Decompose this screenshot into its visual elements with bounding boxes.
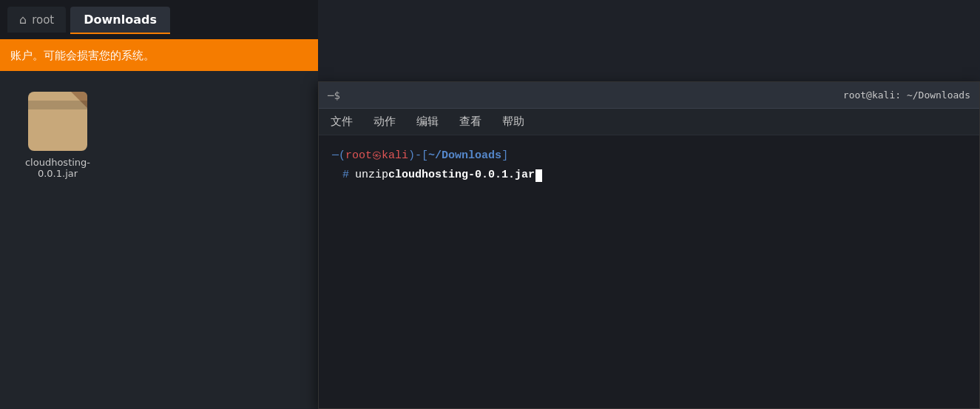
prompt-path-bracket-open: [ xyxy=(422,147,428,165)
terminal-body[interactable]: ─ ( root ㉿ kali ) - [ ~/Downloads ] # un… xyxy=(319,135,979,408)
menu-action[interactable]: 动作 xyxy=(371,112,399,132)
prompt-bracket-open: ( xyxy=(339,147,345,165)
tab-downloads[interactable]: Downloads xyxy=(70,7,170,34)
tab-downloads-label: Downloads xyxy=(84,13,157,27)
cmd-unzip: unzip xyxy=(355,166,388,184)
file-manager: ⌂ root Downloads 账户。可能会损害您的系统。 cloudhost… xyxy=(0,0,318,409)
jar-file-icon xyxy=(28,92,87,151)
terminal-title: root@kali: ~/Downloads xyxy=(843,89,970,101)
terminal-titlebar: ─$ root@kali: ~/Downloads xyxy=(319,82,979,109)
prompt-host: kali xyxy=(382,147,408,165)
prompt-path-bracket-close: ] xyxy=(501,147,508,165)
prompt-dash: ─ xyxy=(332,147,339,165)
command-line: # unzip cloudhosting-0.0.1.jar xyxy=(332,166,966,184)
tab-root[interactable]: ⌂ root xyxy=(7,7,66,33)
prompt-user: root xyxy=(345,147,372,165)
menu-file[interactable]: 文件 xyxy=(328,112,356,132)
jar-icon-body xyxy=(28,92,87,151)
file-item-jar[interactable]: cloudhosting-0.0.1.jar xyxy=(15,86,101,185)
file-area: cloudhosting-0.0.1.jar xyxy=(0,71,318,409)
terminal-icon: ─$ xyxy=(328,89,340,101)
terminal-menubar: 文件 动作 编辑 查看 帮助 xyxy=(319,109,979,135)
tab-bar: ⌂ root Downloads xyxy=(0,0,318,41)
prompt-dash2: - xyxy=(415,147,422,165)
terminal-window: ─$ root@kali: ~/Downloads 文件 动作 编辑 查看 帮助… xyxy=(318,81,980,409)
prompt-line: ─ ( root ㉿ kali ) - [ ~/Downloads ] xyxy=(332,147,966,165)
cursor xyxy=(535,169,542,182)
file-label: cloudhosting-0.0.1.jar xyxy=(21,157,95,179)
cmd-arg: cloudhosting-0.0.1.jar xyxy=(388,166,535,184)
prompt-path: ~/Downloads xyxy=(428,147,501,165)
prompt-skull-icon: ㉿ xyxy=(372,149,382,164)
tab-root-label: root xyxy=(32,13,54,27)
warning-banner: 账户。可能会损害您的系统。 xyxy=(0,41,318,71)
menu-view[interactable]: 查看 xyxy=(456,112,484,132)
home-icon: ⌂ xyxy=(19,13,27,27)
warning-text: 账户。可能会损害您的系统。 xyxy=(10,49,155,62)
menu-edit[interactable]: 编辑 xyxy=(413,112,442,132)
prompt-bracket-close: ) xyxy=(408,147,415,165)
menu-help[interactable]: 帮助 xyxy=(499,112,527,132)
jar-icon-strip xyxy=(28,101,87,109)
cmd-hash: # xyxy=(342,166,349,184)
